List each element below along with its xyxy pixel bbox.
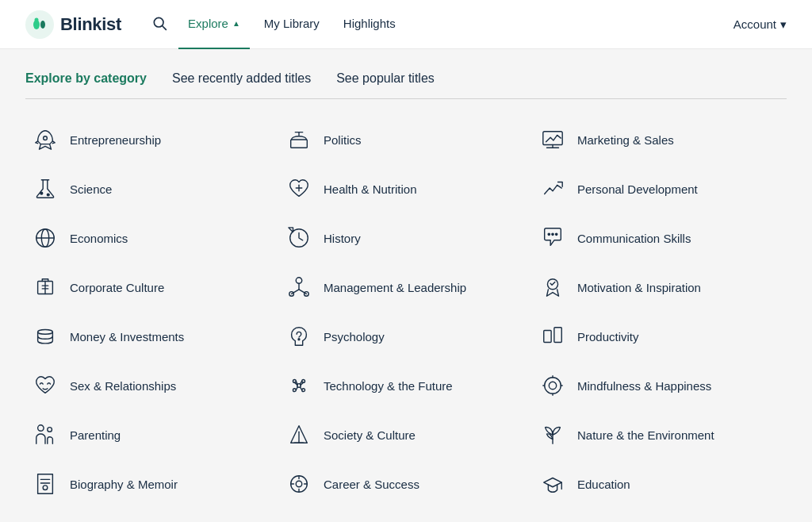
svg-point-62 — [296, 481, 302, 487]
motivation-icon — [539, 274, 566, 301]
category-item-corporate[interactable]: Corporate Culture — [25, 263, 279, 312]
history-icon — [285, 225, 312, 251]
health-icon — [285, 175, 312, 202]
svg-point-53 — [38, 425, 44, 432]
nature-icon — [539, 421, 566, 448]
society-icon — [285, 421, 312, 448]
psychology-icon — [285, 323, 312, 350]
svg-point-3 — [35, 17, 39, 21]
brand-name: Blinkist — [60, 14, 121, 35]
communication-icon — [539, 225, 566, 251]
svg-point-22 — [548, 233, 550, 235]
blinkist-logo-icon — [25, 10, 54, 39]
account-button[interactable]: Account ▾ — [733, 17, 787, 32]
category-label: Biography & Memoir — [70, 478, 178, 491]
marketing-icon — [539, 126, 566, 153]
category-item-money[interactable]: Money & Investments — [25, 312, 279, 361]
svg-rect-10 — [543, 132, 562, 145]
category-label: Economics — [70, 232, 128, 245]
category-item-creativity[interactable]: Creativity — [279, 509, 533, 522]
nav-links: Explore ▲ My Library Highlights — [178, 0, 405, 49]
category-grid: EntrepreneurshipPoliticsMarketing & Sale… — [25, 115, 787, 522]
personal-dev-icon — [539, 175, 566, 202]
divider — [25, 98, 787, 99]
category-item-personal-dev[interactable]: Personal Development — [533, 164, 787, 213]
management-icon — [285, 274, 312, 301]
category-label: Productivity — [577, 330, 639, 344]
money-icon — [32, 323, 59, 350]
search-button[interactable] — [147, 10, 172, 38]
svg-point-29 — [296, 278, 302, 284]
politics-icon — [285, 126, 312, 153]
category-label: Motivation & Inspiration — [577, 281, 701, 294]
main-content: Explore by category See recently added t… — [0, 49, 812, 522]
svg-line-47 — [300, 387, 301, 390]
category-item-biography[interactable]: Biography & Memoir — [25, 459, 279, 509]
category-label: Mindfulness & Happiness — [577, 379, 711, 393]
education-icon — [539, 470, 566, 497]
category-item-mindfulness[interactable]: Mindfulness & Happiness — [533, 361, 787, 410]
category-label: Technology & the Future — [324, 379, 453, 393]
category-label: Sex & Relationships — [70, 379, 176, 393]
navbar: Blinkist Explore ▲ My Library Highlights… — [0, 0, 812, 49]
science-icon — [32, 175, 59, 202]
category-item-nature[interactable]: Nature & the Environment — [533, 410, 787, 459]
svg-line-46 — [296, 386, 297, 390]
technology-icon — [285, 372, 312, 399]
svg-marker-67 — [544, 478, 562, 487]
category-item-rocket[interactable]: Entrepreneurship — [25, 115, 279, 164]
sub-nav-explore-by-category[interactable]: Explore by category — [25, 71, 147, 86]
sub-nav: Explore by category See recently added t… — [25, 49, 787, 98]
category-item-history[interactable]: History — [279, 213, 533, 263]
category-label: Health & Nutrition — [324, 182, 417, 196]
parenting-icon — [32, 421, 59, 448]
corporate-icon — [32, 274, 59, 301]
nav-highlights[interactable]: Highlights — [334, 0, 405, 49]
category-item-relationships[interactable]: Sex & Relationships — [25, 361, 279, 410]
svg-point-14 — [40, 192, 43, 194]
career-icon — [285, 470, 312, 497]
category-label: Personal Development — [577, 182, 698, 196]
category-item-marketing[interactable]: Marketing & Sales — [533, 115, 787, 164]
sub-nav-recently-added[interactable]: See recently added titles — [172, 71, 311, 86]
nav-my-library[interactable]: My Library — [255, 0, 329, 49]
svg-point-33 — [38, 330, 53, 335]
category-item-parenting[interactable]: Parenting — [25, 410, 279, 459]
svg-point-48 — [549, 382, 556, 389]
svg-point-2 — [40, 21, 45, 29]
category-item-religion[interactable]: Religion & Spirituality — [25, 509, 279, 522]
category-label: Corporate Culture — [70, 281, 164, 294]
category-item-education[interactable]: Education — [533, 459, 787, 509]
mindfulness-icon — [539, 372, 566, 399]
svg-point-54 — [48, 428, 52, 432]
nav-explore[interactable]: Explore ▲ — [178, 0, 250, 49]
category-item-psychology[interactable]: Psychology — [279, 312, 533, 361]
category-label: Entrepreneurship — [70, 133, 161, 147]
category-label: Education — [577, 478, 630, 491]
svg-point-24 — [556, 233, 557, 235]
category-item-management[interactable]: Management & Leadership — [279, 263, 533, 312]
category-item-economics[interactable]: Economics — [25, 213, 279, 263]
category-label: Psychology — [324, 330, 385, 344]
category-label: Science — [70, 182, 112, 196]
category-item-philosophy[interactable]: Philosophy — [533, 509, 787, 522]
productivity-icon — [539, 323, 566, 350]
logo[interactable]: Blinkist — [25, 10, 121, 39]
category-item-productivity[interactable]: Productivity — [533, 312, 787, 361]
category-label: Career & Success — [324, 478, 419, 491]
category-item-politics[interactable]: Politics — [279, 115, 533, 164]
svg-line-5 — [163, 26, 167, 30]
category-item-science[interactable]: Science — [25, 164, 279, 213]
sub-nav-popular-titles[interactable]: See popular titles — [336, 71, 435, 86]
category-item-career[interactable]: Career & Success — [279, 459, 533, 509]
category-item-motivation[interactable]: Motivation & Inspiration — [533, 263, 787, 312]
category-item-health[interactable]: Health & Nutrition — [279, 164, 533, 213]
svg-point-60 — [43, 486, 48, 490]
category-item-technology[interactable]: Technology & the Future — [279, 361, 533, 410]
relationships-icon — [32, 372, 59, 399]
svg-point-6 — [44, 136, 48, 140]
category-item-society[interactable]: Society & Culture — [279, 410, 533, 459]
svg-point-34 — [298, 339, 300, 340]
category-label: Marketing & Sales — [577, 133, 674, 147]
category-item-communication[interactable]: Communication Skills — [533, 213, 787, 263]
